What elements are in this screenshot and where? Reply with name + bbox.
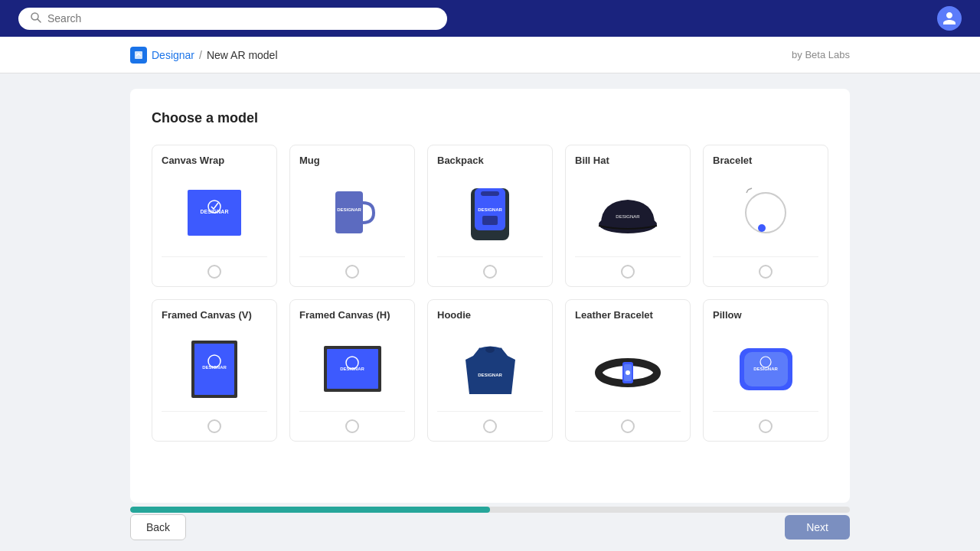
model-item-mug[interactable]: Mug DESIGNAR bbox=[289, 145, 415, 287]
model-label-mug: Mug bbox=[290, 145, 414, 172]
model-radio-backpack[interactable] bbox=[428, 257, 552, 286]
svg-line-18 bbox=[748, 188, 752, 190]
svg-line-1 bbox=[38, 18, 41, 21]
model-item-framed-canvas-h[interactable]: Framed Canvas (H) DESIGNAR bbox=[289, 299, 415, 442]
model-label-canvas-wrap: Canvas Wrap bbox=[152, 145, 276, 172]
svg-point-16 bbox=[746, 193, 786, 233]
svg-point-19 bbox=[758, 224, 766, 232]
model-item-leather-bracelet[interactable]: Leather Bracelet bbox=[565, 299, 691, 442]
user-avatar[interactable] bbox=[937, 6, 962, 31]
radio-circle-bracelet bbox=[759, 265, 773, 279]
app-logo-icon bbox=[130, 47, 147, 64]
model-item-framed-canvas-v[interactable]: Framed Canvas (V) DESIGNAR bbox=[152, 299, 277, 442]
svg-rect-2 bbox=[135, 51, 142, 59]
model-radio-canvas-wrap[interactable] bbox=[152, 257, 276, 286]
svg-line-17 bbox=[746, 190, 748, 193]
footer-buttons: Back Next bbox=[130, 514, 850, 543]
model-item-pillow[interactable]: Pillow DESIGNAR bbox=[703, 299, 828, 442]
breadcrumb-app-link[interactable]: Designar bbox=[152, 49, 194, 61]
svg-rect-7 bbox=[335, 191, 363, 233]
model-label-backpack: Backpack bbox=[428, 145, 552, 172]
model-radio-framed-canvas-h[interactable] bbox=[290, 412, 414, 441]
model-image-bill-hat: DESIGNAR bbox=[566, 172, 690, 256]
model-grid: Canvas Wrap DESIGNAR Mug bbox=[152, 145, 828, 442]
model-radio-mug[interactable] bbox=[290, 257, 414, 286]
radio-circle-mug bbox=[345, 265, 359, 279]
top-navigation bbox=[0, 0, 980, 37]
svg-rect-11 bbox=[481, 191, 499, 196]
model-radio-framed-canvas-v[interactable] bbox=[152, 412, 276, 441]
radio-circle-leather-bracelet bbox=[621, 419, 635, 433]
model-label-framed-canvas-h: Framed Canvas (H) bbox=[290, 300, 414, 327]
breadcrumb: Designar / New AR model bbox=[130, 47, 278, 64]
radio-circle-backpack bbox=[483, 265, 497, 279]
user-icon bbox=[942, 11, 957, 26]
model-item-bill-hat[interactable]: Bill Hat DESIGNAR bbox=[565, 145, 691, 287]
model-radio-bill-hat[interactable] bbox=[566, 257, 690, 286]
radio-circle-pillow bbox=[759, 419, 773, 433]
model-image-leather-bracelet bbox=[566, 327, 690, 411]
model-label-hoodie: Hoodie bbox=[428, 300, 552, 327]
breadcrumb-current: New AR model bbox=[207, 49, 278, 61]
radio-circle-framed-canvas-v bbox=[207, 419, 221, 433]
radio-circle-canvas-wrap bbox=[207, 265, 221, 279]
radio-circle-framed-canvas-h bbox=[345, 419, 359, 433]
model-image-pillow: DESIGNAR bbox=[704, 327, 828, 411]
model-label-bill-hat: Bill Hat bbox=[566, 145, 690, 172]
progress-area bbox=[130, 507, 850, 513]
main-card: Choose a model Canvas Wrap DESIGNAR bbox=[130, 89, 850, 503]
svg-point-33 bbox=[626, 370, 630, 375]
model-label-bracelet: Bracelet bbox=[704, 145, 828, 172]
page-content: Choose a model Canvas Wrap DESIGNAR bbox=[0, 73, 980, 503]
model-radio-bracelet[interactable] bbox=[704, 257, 828, 286]
model-item-canvas-wrap[interactable]: Canvas Wrap DESIGNAR bbox=[152, 145, 277, 287]
radio-circle-hoodie bbox=[483, 419, 497, 433]
breadcrumb-bar: Designar / New AR model by Beta Labs bbox=[0, 37, 980, 73]
model-image-hoodie: DESIGNAR bbox=[428, 327, 552, 411]
model-item-bracelet[interactable]: Bracelet bbox=[703, 145, 828, 287]
model-label-leather-bracelet: Leather Bracelet bbox=[566, 300, 690, 327]
model-image-framed-canvas-h: DESIGNAR bbox=[290, 327, 414, 411]
progress-bar-fill bbox=[130, 507, 490, 513]
model-radio-hoodie[interactable] bbox=[428, 412, 552, 441]
svg-text:DESIGNAR: DESIGNAR bbox=[478, 373, 502, 377]
model-image-bracelet bbox=[704, 172, 828, 256]
svg-text:DESIGNAR: DESIGNAR bbox=[337, 207, 361, 212]
search-icon bbox=[31, 12, 41, 25]
model-image-canvas-wrap: DESIGNAR bbox=[152, 172, 276, 256]
model-radio-pillow[interactable] bbox=[704, 412, 828, 441]
breadcrumb-separator: / bbox=[199, 49, 202, 61]
page-title: Choose a model bbox=[152, 110, 828, 126]
model-item-hoodie[interactable]: Hoodie DESIGNAR bbox=[427, 299, 553, 442]
svg-point-28 bbox=[485, 347, 495, 353]
svg-rect-13 bbox=[482, 216, 498, 225]
svg-text:DESIGNAR: DESIGNAR bbox=[201, 209, 229, 214]
radio-circle-bill-hat bbox=[621, 265, 635, 279]
model-label-pillow: Pillow bbox=[704, 300, 828, 327]
search-input[interactable] bbox=[47, 12, 435, 24]
model-radio-leather-bracelet[interactable] bbox=[566, 412, 690, 441]
svg-text:DESIGNAR: DESIGNAR bbox=[478, 207, 502, 212]
model-image-framed-canvas-v: DESIGNAR bbox=[152, 327, 276, 411]
svg-text:DESIGNAR: DESIGNAR bbox=[616, 214, 640, 219]
model-item-backpack[interactable]: Backpack DESIGNAR bbox=[427, 145, 553, 287]
by-labs-label: by Beta Labs bbox=[792, 49, 850, 60]
back-button[interactable]: Back bbox=[130, 514, 186, 540]
model-label-framed-canvas-v: Framed Canvas (V) bbox=[152, 300, 276, 327]
model-image-backpack: DESIGNAR bbox=[428, 172, 552, 256]
model-image-mug: DESIGNAR bbox=[290, 172, 414, 256]
search-bar[interactable] bbox=[18, 8, 447, 30]
progress-bar-background bbox=[130, 507, 850, 513]
next-button[interactable]: Next bbox=[785, 515, 850, 540]
